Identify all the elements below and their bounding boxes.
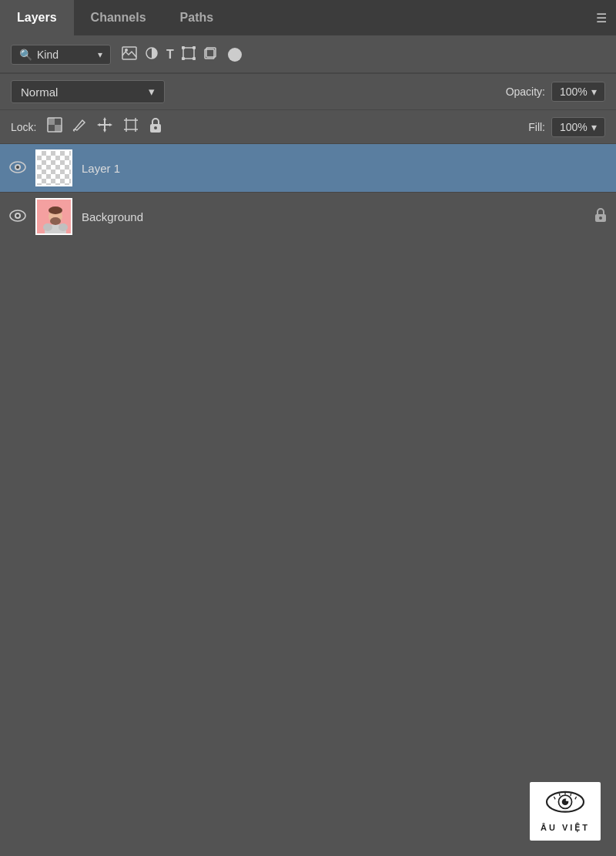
svg-line-50 bbox=[559, 794, 560, 796]
layer-item-background[interactable]: Background bbox=[0, 193, 616, 240]
tab-bar: Layers Channels Paths ☰ bbox=[0, 0, 616, 37]
opacity-input[interactable]: 100% ▾ bbox=[551, 82, 605, 102]
fill-input[interactable]: 100% ▾ bbox=[551, 117, 605, 137]
svg-point-35 bbox=[16, 214, 19, 217]
fill-group: Fill: 100% ▾ bbox=[528, 117, 605, 137]
watermark: ÂU VIỆT bbox=[530, 782, 601, 841]
svg-point-4 bbox=[182, 46, 184, 49]
watermark-text: ÂU VIỆT bbox=[541, 823, 590, 833]
svg-line-49 bbox=[554, 797, 555, 799]
lock-row: Lock: bbox=[0, 110, 616, 144]
svg-point-1 bbox=[125, 49, 128, 52]
opacity-label: Opacity: bbox=[506, 86, 545, 98]
svg-point-41 bbox=[43, 223, 52, 231]
opacity-value: 100% bbox=[560, 86, 588, 98]
visibility-icon-background[interactable] bbox=[9, 208, 26, 226]
svg-point-44 bbox=[599, 217, 602, 220]
kind-label: Kind bbox=[37, 49, 59, 61]
layer-item-layer1[interactable]: Layer 1 bbox=[0, 144, 616, 192]
filter-row: 🔍 Kind ▾ T bbox=[0, 37, 616, 72]
blend-mode-row: Normal ▾ Opacity: 100% ▾ bbox=[0, 73, 616, 110]
svg-rect-11 bbox=[48, 118, 55, 125]
filter-type-icon[interactable]: T bbox=[166, 48, 174, 62]
kind-dropdown[interactable]: 🔍 Kind ▾ bbox=[11, 45, 111, 65]
background-thumbnail bbox=[35, 198, 72, 235]
svg-point-40 bbox=[49, 206, 62, 214]
panel-menu-icon[interactable]: ☰ bbox=[596, 11, 607, 25]
svg-rect-3 bbox=[183, 48, 194, 59]
filter-image-icon[interactable] bbox=[122, 46, 137, 64]
lock-transparent-icon[interactable] bbox=[47, 117, 62, 136]
opacity-group: Opacity: 100% ▾ bbox=[506, 82, 605, 102]
filter-icons-group: T bbox=[122, 46, 242, 64]
filter-adjustment-icon[interactable] bbox=[145, 46, 159, 64]
svg-line-53 bbox=[575, 797, 577, 799]
lock-all-icon[interactable] bbox=[149, 116, 162, 137]
filter-smart-icon[interactable] bbox=[203, 46, 217, 64]
visibility-icon-layer1[interactable] bbox=[9, 159, 26, 177]
svg-point-48 bbox=[566, 799, 568, 801]
layer1-name: Layer 1 bbox=[82, 162, 607, 175]
filter-shape-icon[interactable] bbox=[182, 46, 196, 64]
background-thumb-content bbox=[37, 200, 71, 233]
svg-rect-12 bbox=[55, 125, 62, 132]
blend-mode-dropdown[interactable]: Normal ▾ bbox=[11, 80, 165, 103]
au-viet-logo-svg bbox=[542, 790, 588, 817]
checkerboard-pattern bbox=[37, 151, 71, 185]
svg-point-42 bbox=[59, 223, 68, 231]
lock-image-icon[interactable] bbox=[72, 117, 87, 136]
background-name: Background bbox=[82, 210, 585, 223]
lock-position-icon[interactable] bbox=[96, 116, 113, 137]
lock-label: Lock: bbox=[11, 121, 36, 133]
svg-point-39 bbox=[50, 217, 61, 225]
tab-layers[interactable]: Layers bbox=[0, 0, 74, 35]
fill-arrow: ▾ bbox=[591, 121, 597, 133]
svg-rect-18 bbox=[99, 124, 110, 126]
blend-mode-value: Normal bbox=[21, 86, 58, 99]
filter-toggle[interactable] bbox=[228, 48, 242, 62]
svg-point-32 bbox=[16, 166, 19, 169]
svg-point-5 bbox=[192, 46, 195, 49]
empty-canvas-area bbox=[0, 240, 616, 549]
blend-dropdown-arrow: ▾ bbox=[149, 85, 155, 99]
layers-list: Layer 1 bbox=[0, 144, 616, 240]
tab-channels[interactable]: Channels bbox=[74, 0, 163, 35]
lock-icons-group bbox=[47, 116, 162, 137]
svg-point-29 bbox=[154, 126, 157, 129]
svg-line-52 bbox=[571, 794, 571, 796]
svg-point-7 bbox=[192, 57, 195, 59]
fill-label: Fill: bbox=[528, 121, 545, 133]
fill-value: 100% bbox=[560, 121, 588, 133]
svg-point-6 bbox=[182, 57, 184, 59]
layer1-thumbnail bbox=[35, 149, 72, 186]
background-lock-icon bbox=[594, 207, 607, 227]
lock-artboard-icon[interactable] bbox=[122, 116, 139, 137]
tab-paths[interactable]: Paths bbox=[163, 0, 231, 35]
kind-dropdown-arrow: ▾ bbox=[98, 49, 102, 60]
opacity-arrow: ▾ bbox=[591, 86, 597, 98]
search-icon: 🔍 bbox=[19, 49, 32, 61]
svg-rect-19 bbox=[126, 120, 136, 129]
